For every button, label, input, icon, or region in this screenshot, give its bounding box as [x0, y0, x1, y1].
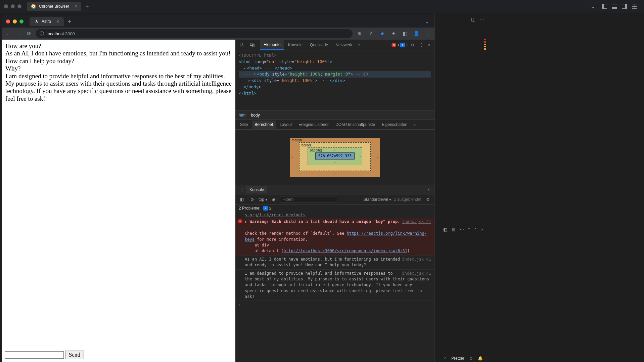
drawer-menu-icon[interactable]: ⋮ — [238, 186, 246, 193]
log-line[interactable]: index.jsx:41 I am designed to provide he… — [235, 270, 434, 301]
close-tab-icon[interactable]: × — [75, 4, 77, 9]
tab-eigenschaften[interactable]: Eigenschaften — [379, 121, 410, 129]
bookmark-star-icon[interactable]: ★ — [379, 31, 385, 37]
problems-row[interactable]: 2 Probleme: i2 — [235, 205, 434, 212]
settings-gear-icon[interactable]: ⚙ — [409, 41, 417, 49]
panel-toggle-icon[interactable]: ◧ — [443, 227, 447, 232]
panel-left-icon[interactable] — [602, 4, 607, 9]
panel-grid-icon[interactable] — [632, 4, 637, 9]
tab-layout[interactable]: Layout — [277, 121, 294, 129]
log-source-link[interactable]: index.jsx:41 — [402, 257, 431, 262]
status-bar: ✓ Prettier ☺ 🔔 — [435, 354, 488, 362]
device-toggle-icon[interactable] — [247, 41, 257, 49]
send-button[interactable]: Send — [65, 351, 84, 359]
console-output[interactable]: s.org/link/react-devtools ✕ index.jsx:21… — [235, 212, 434, 362]
info-count-badge[interactable]: i2 — [400, 43, 408, 47]
bell-icon[interactable]: 🔔 — [478, 356, 483, 361]
sidebar-toggle-icon[interactable]: ◧ — [238, 196, 246, 203]
error-icon: ✕ — [238, 219, 242, 223]
extensions-icon[interactable]: ✦ — [390, 31, 397, 37]
feedback-icon[interactable]: ☺ — [469, 356, 473, 361]
astro-favicon-icon — [34, 19, 39, 24]
maximize-window-icon[interactable] — [19, 19, 24, 24]
context-selector[interactable]: top ▾ — [259, 197, 267, 202]
split-editor-icon[interactable]: ◫ — [471, 16, 475, 22]
tab-sources[interactable]: Quellcode — [307, 41, 331, 49]
panel-bottom-icon[interactable] — [612, 4, 617, 9]
minimize-window-icon[interactable] — [11, 4, 15, 8]
dom-node[interactable]: </html> — [239, 90, 431, 97]
dom-tree[interactable]: <!DOCTYPE html> <html lang="en" style="h… — [235, 50, 434, 111]
chevron-down-icon[interactable]: ˅ — [474, 227, 477, 232]
chat-input[interactable] — [5, 351, 64, 359]
new-tab-icon[interactable]: + — [68, 18, 72, 25]
reload-icon[interactable]: ⟳ — [26, 31, 32, 37]
stack-source-link[interactable]: http://localhost:3000/src/components/ind… — [284, 248, 407, 253]
menu-dots-icon[interactable]: ⋮ — [424, 31, 431, 37]
console-drawer: ⋮ Konsole × ◧ ⊘ top ▾ ◉ Standardlevel ▾ … — [235, 185, 434, 362]
minimize-window-icon[interactable] — [13, 19, 17, 24]
browser-tab-astro[interactable]: Astro × — [30, 17, 64, 26]
console-prompt[interactable]: › — [235, 301, 434, 309]
chat-transcript: How are you? As an AI, I don't have emot… — [2, 40, 235, 348]
dom-node[interactable]: <!DOCTYPE html> — [239, 52, 431, 59]
log-source-link[interactable]: index.jsx:21 — [402, 219, 431, 225]
tabs-dropdown-icon[interactable]: ⌄ — [591, 3, 595, 10]
kebab-menu-icon[interactable]: ⋮ — [417, 41, 425, 49]
close-drawer-icon[interactable]: × — [425, 186, 432, 193]
clear-console-icon[interactable]: ⊘ — [248, 196, 256, 203]
close-panel-icon[interactable]: × — [481, 227, 484, 232]
tab-stile[interactable]: Stile — [237, 121, 250, 129]
tab-dom-breakpoints[interactable]: DOM-Umschaltpunkte — [333, 121, 378, 129]
tab-berechnet[interactable]: Berechnet — [252, 121, 276, 129]
chevron-up-icon[interactable]: ˄ — [468, 227, 470, 232]
close-tab-icon[interactable]: × — [56, 19, 59, 24]
dom-node[interactable]: ▸<head> ··· </head> — [239, 65, 431, 72]
address-bar[interactable]: ⓘ localhost:3000 — [36, 29, 353, 38]
log-line[interactable]: index.jsx:41 As an AI, I don't have emot… — [235, 256, 434, 270]
console-filter-input[interactable] — [280, 196, 337, 203]
maximize-window-icon[interactable] — [17, 4, 21, 8]
prettier-status-icon[interactable]: ✓ — [443, 356, 447, 361]
sidepanel-icon[interactable]: ◧ — [402, 31, 408, 37]
back-icon[interactable]: ← — [5, 31, 12, 37]
live-expression-icon[interactable]: ◉ — [270, 196, 277, 203]
inspect-element-icon[interactable] — [237, 41, 247, 49]
log-source-link[interactable]: index.jsx:41 — [402, 271, 431, 276]
share-icon[interactable]: ⇪ — [367, 31, 374, 37]
panel-right-icon[interactable] — [622, 4, 627, 9]
more-tabs-icon[interactable]: » — [356, 41, 363, 49]
tab-ereignis[interactable]: Ereignis-Listener — [296, 121, 331, 129]
more-tabs-icon[interactable]: » — [411, 121, 418, 128]
browser-toolbar: ← → ⟳ ⓘ localhost:3000 ⊕ ⇪ ★ ✦ ◧ 👤 ⋮ — [2, 28, 434, 40]
close-devtools-icon[interactable]: × — [426, 41, 432, 49]
breadcrumb-item[interactable]: html — [239, 113, 246, 118]
breadcrumb-item[interactable]: body — [251, 113, 260, 118]
tabs-dropdown-icon[interactable]: ⌄ — [425, 18, 429, 25]
new-tab-icon[interactable]: + — [85, 3, 89, 10]
log-level-selector[interactable]: Standardlevel ▾ — [363, 197, 391, 202]
log-error[interactable]: ✕ index.jsx:21 ▸ Warning: Each child in … — [235, 218, 434, 255]
close-window-icon[interactable] — [6, 19, 10, 24]
console-settings-icon[interactable]: ⚙ — [424, 196, 432, 203]
more-actions-icon[interactable]: ⋯ — [479, 16, 484, 22]
prettier-label[interactable]: Prettier — [451, 356, 464, 361]
url-path: :3000 — [64, 31, 75, 36]
tab-network[interactable]: Netzwerk — [332, 41, 356, 49]
trash-icon[interactable]: 🗑 — [451, 227, 456, 232]
outer-tab-chrome[interactable]: Chrome Browser × — [27, 2, 81, 11]
site-info-icon[interactable]: ⓘ — [40, 31, 44, 37]
zoom-icon[interactable]: ⊕ — [356, 31, 363, 37]
close-window-icon[interactable] — [4, 4, 8, 8]
drawer-tab-konsole[interactable]: Konsole — [246, 186, 267, 193]
error-count-badge[interactable]: ✕1 — [392, 43, 400, 47]
tab-elements[interactable]: Elemente — [260, 40, 284, 50]
more-icon[interactable]: ⋯ — [460, 227, 464, 232]
tab-console[interactable]: Konsole — [285, 41, 306, 49]
editor-layout-controls — [598, 4, 641, 9]
dom-node[interactable]: </body> — [239, 84, 431, 90]
profile-icon[interactable]: 👤 — [413, 31, 420, 37]
dom-node[interactable]: <html lang="en" style="height: 100%"> — [239, 59, 431, 65]
dom-node-selected[interactable]: ··· ▾<body style="height: 100%; margin: … — [239, 71, 431, 78]
dom-node[interactable]: ▸<div style="height: 100%"> ··· </div> — [239, 78, 431, 84]
